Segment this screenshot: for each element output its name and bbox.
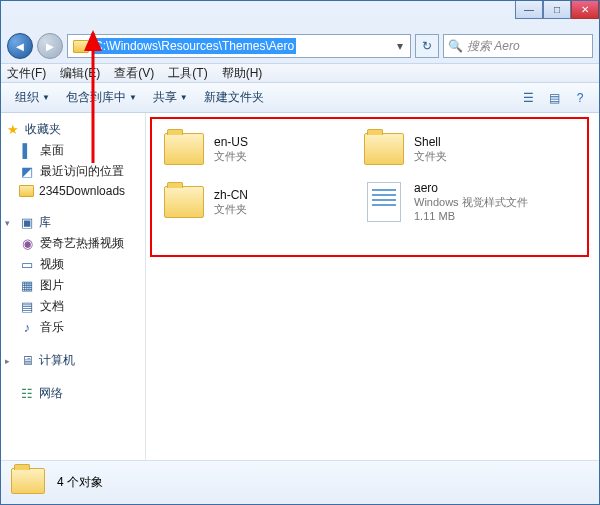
view-options-button[interactable]: ☰: [517, 87, 539, 109]
command-bar: 组织▼ 包含到库中▼ 共享▼ 新建文件夹 ☰ ▤ ?: [1, 83, 599, 113]
menu-bar: 文件(F) 编辑(E) 查看(V) 工具(T) 帮助(H): [1, 63, 599, 83]
back-button[interactable]: ◄: [7, 33, 33, 59]
sidebar-network[interactable]: ☷网络: [1, 383, 145, 404]
desktop-icon: ▌: [19, 143, 35, 159]
music-icon: ♪: [19, 320, 35, 336]
status-bar: 4 个对象: [1, 460, 599, 504]
sidebar-item-pictures[interactable]: ▦图片: [1, 275, 145, 296]
expand-icon[interactable]: ▾: [5, 218, 15, 228]
address-text[interactable]: C:\Windows\Resources\Themes\Aero: [92, 38, 296, 54]
sidebar-item-desktop[interactable]: ▌桌面: [1, 140, 145, 161]
include-button[interactable]: 包含到库中▼: [60, 87, 143, 108]
titlebar: — □ ✕: [1, 1, 599, 29]
menu-edit[interactable]: 编辑(E): [60, 65, 100, 82]
sidebar-item-music[interactable]: ♪音乐: [1, 317, 145, 338]
chevron-down-icon: ▼: [42, 93, 50, 102]
video-icon: ▭: [19, 257, 35, 273]
folder-item[interactable]: en-US 文件夹: [156, 123, 356, 175]
network-icon: ☷: [19, 386, 35, 402]
sidebar-computer[interactable]: ▸🖥计算机: [1, 350, 145, 371]
minimize-button[interactable]: —: [515, 1, 543, 19]
navigation-bar: ◄ ► C:\Windows\Resources\Themes\Aero ▾ ↻…: [1, 29, 599, 63]
explorer-window: — □ ✕ ◄ ► C:\Windows\Resources\Themes\Ae…: [0, 0, 600, 505]
picture-icon: ▦: [19, 278, 35, 294]
refresh-button[interactable]: ↻: [415, 34, 439, 58]
sidebar-libraries[interactable]: ▾▣库: [1, 212, 145, 233]
sidebar-item-iqiyi[interactable]: ◉爱奇艺热播视频: [1, 233, 145, 254]
folder-item[interactable]: zh-CN 文件夹: [156, 175, 356, 230]
menu-file[interactable]: 文件(F): [7, 65, 46, 82]
sidebar-item-downloads[interactable]: 2345Downloads: [1, 182, 145, 200]
chevron-down-icon: ▼: [129, 93, 137, 102]
file-icon: [362, 182, 406, 222]
menu-help[interactable]: 帮助(H): [222, 65, 263, 82]
status-text: 4 个对象: [57, 474, 103, 491]
file-list[interactable]: en-US 文件夹 Shell 文件夹 zh-CN 文件夹: [146, 113, 599, 460]
star-icon: ★: [5, 122, 21, 138]
library-icon: ▣: [19, 215, 35, 231]
search-icon: 🔍: [448, 39, 463, 53]
computer-icon: 🖥: [19, 353, 35, 369]
window-controls: — □ ✕: [515, 1, 599, 19]
folder-icon: [11, 468, 47, 498]
sidebar-item-video[interactable]: ▭视频: [1, 254, 145, 275]
expand-icon[interactable]: ▸: [5, 356, 15, 366]
file-item[interactable]: aero Windows 视觉样式文件 1.11 MB: [356, 175, 556, 230]
folder-icon: [362, 129, 406, 169]
forward-button[interactable]: ►: [37, 33, 63, 59]
sidebar-favorites[interactable]: ★收藏夹: [1, 119, 145, 140]
address-bar[interactable]: C:\Windows\Resources\Themes\Aero ▾: [67, 34, 411, 58]
menu-tools[interactable]: 工具(T): [168, 65, 207, 82]
close-button[interactable]: ✕: [571, 1, 599, 19]
disc-icon: ◉: [19, 236, 35, 252]
folder-icon: [19, 185, 34, 197]
address-dropdown-icon[interactable]: ▾: [392, 39, 408, 53]
folder-item[interactable]: Shell 文件夹: [356, 123, 556, 175]
items-container: en-US 文件夹 Shell 文件夹 zh-CN 文件夹: [156, 123, 589, 230]
newfolder-button[interactable]: 新建文件夹: [198, 87, 270, 108]
organize-button[interactable]: 组织▼: [9, 87, 56, 108]
explorer-body: ★收藏夹 ▌桌面 ◩最近访问的位置 2345Downloads ▾▣库 ◉爱奇艺…: [1, 113, 599, 460]
menu-view[interactable]: 查看(V): [114, 65, 154, 82]
sidebar-item-recent[interactable]: ◩最近访问的位置: [1, 161, 145, 182]
share-button[interactable]: 共享▼: [147, 87, 194, 108]
chevron-down-icon: ▼: [180, 93, 188, 102]
folder-icon: [162, 129, 206, 169]
folder-icon: [162, 182, 206, 222]
maximize-button[interactable]: □: [543, 1, 571, 19]
folder-icon: [73, 40, 89, 53]
navigation-pane: ★收藏夹 ▌桌面 ◩最近访问的位置 2345Downloads ▾▣库 ◉爱奇艺…: [1, 113, 146, 460]
search-placeholder: 搜索 Aero: [467, 38, 520, 55]
preview-pane-button[interactable]: ▤: [543, 87, 565, 109]
recent-icon: ◩: [19, 164, 35, 180]
help-button[interactable]: ?: [569, 87, 591, 109]
sidebar-item-documents[interactable]: ▤文档: [1, 296, 145, 317]
document-icon: ▤: [19, 299, 35, 315]
search-box[interactable]: 🔍 搜索 Aero: [443, 34, 593, 58]
